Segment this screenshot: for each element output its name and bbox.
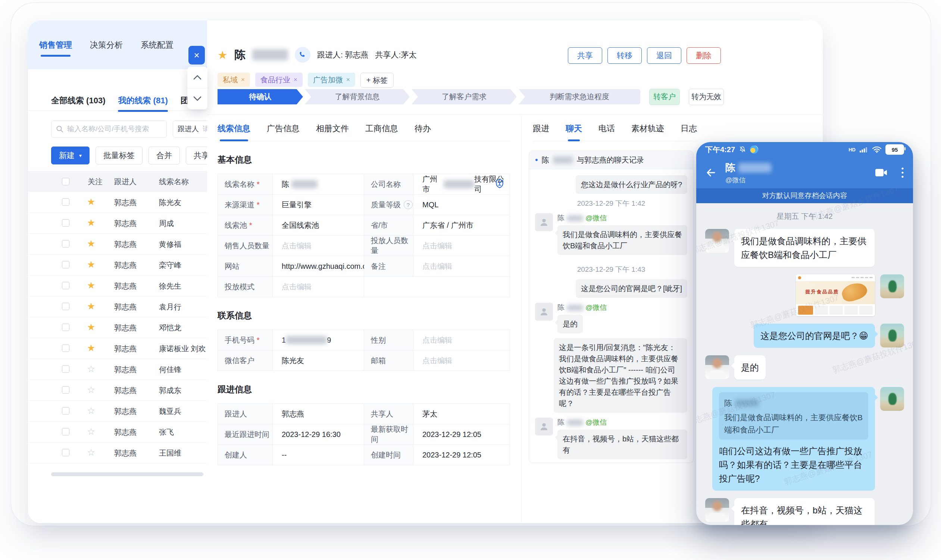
delete-button[interactable]: 删除 — [686, 47, 721, 64]
chevron-up-icon[interactable] — [187, 67, 207, 88]
tab-log[interactable]: 日志 — [680, 123, 697, 134]
chevron-down-icon[interactable] — [187, 88, 207, 109]
tag-ad-wechat[interactable]: 广告加微× — [308, 73, 355, 87]
follower-filter-select[interactable]: 跟进人 请 — [173, 120, 207, 138]
nav-item-sales[interactable]: 销售管理 — [39, 40, 72, 51]
video-call-icon[interactable] — [875, 168, 888, 177]
table-row[interactable]: ☆郭志燕何佳锋 — [28, 359, 207, 380]
table-row[interactable]: ★郭志燕周成 — [28, 213, 207, 234]
star-icon[interactable]: ★ — [87, 259, 95, 270]
convert-customer-button[interactable]: 转客户 — [649, 89, 680, 105]
star-icon[interactable]: ★ — [87, 217, 95, 228]
tab-my-leads[interactable]: 我的线索 (81) — [118, 95, 168, 106]
field-value[interactable]: 巨量引擎 — [273, 195, 364, 215]
chat-record-header[interactable]: • 陈 与郭志燕的聊天记录 — [529, 151, 693, 169]
return-button[interactable]: 退回 — [647, 47, 681, 64]
create-button[interactable]: 新建 ▾ — [51, 146, 89, 165]
table-row[interactable]: ★郭志燕邓恺龙 — [28, 317, 207, 338]
shield-icon[interactable] — [494, 178, 505, 189]
star-icon[interactable]: ★ — [87, 301, 95, 312]
website-screenshot[interactable]: 提升食品品质 — [796, 274, 875, 316]
row-checkbox[interactable] — [62, 261, 69, 268]
select-all-checkbox[interactable] — [62, 178, 69, 185]
table-row[interactable]: ☆郭志燕王国维 — [28, 443, 207, 463]
tag-close-icon[interactable]: × — [346, 76, 350, 83]
call-button[interactable] — [295, 47, 310, 63]
help-icon[interactable]: ? — [404, 200, 413, 209]
row-checkbox[interactable] — [62, 386, 69, 394]
field-value[interactable]: 陈光友 — [273, 351, 364, 371]
star-icon[interactable]: ★ — [218, 48, 228, 62]
stage-needs[interactable]: 了解客户需求 — [412, 89, 517, 105]
search-input[interactable] — [51, 120, 167, 138]
table-row[interactable]: ★郭志燕袁月行 — [28, 296, 207, 317]
row-checkbox[interactable] — [62, 428, 69, 435]
transfer-button[interactable]: 转移 — [608, 47, 642, 64]
horizontal-scrollbar[interactable] — [51, 472, 204, 476]
tag-food-industry[interactable]: 食品行业× — [255, 73, 302, 87]
field-value-editable[interactable]: 点击编辑 — [413, 256, 510, 276]
stage-pending[interactable]: 待确认 — [218, 89, 303, 105]
tab-phone[interactable]: 电话 — [599, 123, 615, 134]
merge-button[interactable]: 合并 — [148, 146, 180, 165]
table-row[interactable]: ★郭志燕陈光友 — [28, 192, 207, 213]
tag-close-icon[interactable]: × — [241, 76, 245, 83]
tab-business-info[interactable]: 工商信息 — [365, 123, 398, 134]
star-icon[interactable]: ☆ — [87, 447, 95, 458]
field-value-editable[interactable]: 点击编辑 — [273, 235, 364, 256]
star-icon[interactable]: ☆ — [87, 426, 95, 437]
mark-invalid-button[interactable]: 转为无效 — [689, 89, 724, 105]
table-row[interactable]: ☆郭志燕魏亚兵 — [28, 401, 207, 422]
row-checkbox[interactable] — [62, 198, 69, 206]
field-value-editable[interactable]: 点击编辑 — [413, 351, 510, 371]
add-tag-button[interactable]: + 标签 — [361, 73, 393, 88]
field-value-editable[interactable]: 点击编辑 — [273, 277, 364, 297]
row-checkbox[interactable] — [62, 219, 69, 227]
nav-item-analytics[interactable]: 决策分析 — [90, 40, 123, 51]
tab-todo[interactable]: 待办 — [415, 123, 431, 134]
star-icon[interactable]: ★ — [87, 322, 95, 332]
tag-private[interactable]: 私域× — [218, 73, 250, 87]
star-icon[interactable]: ☆ — [87, 405, 95, 416]
table-row[interactable]: ★郭志燕黄修福 — [28, 234, 207, 255]
close-panel-button[interactable]: × — [188, 46, 205, 65]
table-row[interactable]: ☆郭志燕张飞 — [28, 422, 207, 443]
row-checkbox[interactable] — [62, 240, 69, 248]
back-icon[interactable] — [705, 167, 716, 178]
row-checkbox[interactable] — [62, 449, 69, 456]
field-value-editable[interactable]: 点击编辑 — [413, 235, 510, 256]
field-value[interactable]: 19 — [273, 330, 364, 350]
tab-chat[interactable]: 聊天 — [566, 123, 582, 134]
field-value[interactable]: 广州市技有限公司 — [413, 174, 510, 194]
tag-close-icon[interactable]: × — [294, 76, 298, 83]
table-row[interactable]: ☆郭志燕郭成东 — [28, 380, 207, 401]
stage-background[interactable]: 了解背景信息 — [305, 89, 410, 105]
field-value-editable[interactable]: 点击编辑 — [413, 330, 510, 350]
batch-tag-button[interactable]: 批量标签 — [96, 146, 142, 165]
stage-urgency[interactable]: 判断需求急迫程度 — [518, 89, 640, 105]
share-lead-button[interactable]: 共享 — [568, 47, 602, 64]
row-checkbox[interactable] — [62, 407, 69, 415]
tab-follow[interactable]: 跟进 — [533, 123, 549, 134]
more-icon[interactable] — [901, 167, 904, 178]
row-checkbox[interactable] — [62, 345, 69, 352]
star-icon[interactable]: ★ — [87, 280, 95, 291]
star-icon[interactable]: ★ — [87, 238, 95, 249]
tab-album-files[interactable]: 相册文件 — [316, 123, 349, 134]
field-value[interactable]: 广东省 / 广州市 — [413, 215, 510, 235]
table-row[interactable]: ★郭志燕徐先生 — [28, 275, 207, 296]
star-icon[interactable]: ★ — [87, 197, 95, 207]
star-icon[interactable]: ☆ — [87, 385, 95, 395]
star-icon[interactable]: ☆ — [87, 363, 95, 374]
table-row[interactable]: ★郭志燕康诺板业 刘欢 — [28, 338, 207, 359]
nav-item-settings[interactable]: 系统配置 — [141, 40, 173, 51]
row-checkbox[interactable] — [62, 324, 69, 331]
field-value[interactable]: 陈 — [273, 174, 364, 194]
tab-lead-info[interactable]: 线索信息 — [218, 123, 250, 134]
table-row[interactable]: ★郭志燕栾守峰 — [28, 255, 207, 275]
star-icon[interactable]: ★ — [87, 343, 95, 354]
row-checkbox[interactable] — [62, 365, 69, 373]
field-value[interactable]: MQL — [413, 195, 510, 215]
field-value[interactable]: http://www.gzhuaqi.com.cn/ — [273, 256, 364, 276]
tab-ad-info[interactable]: 广告信息 — [267, 123, 299, 134]
